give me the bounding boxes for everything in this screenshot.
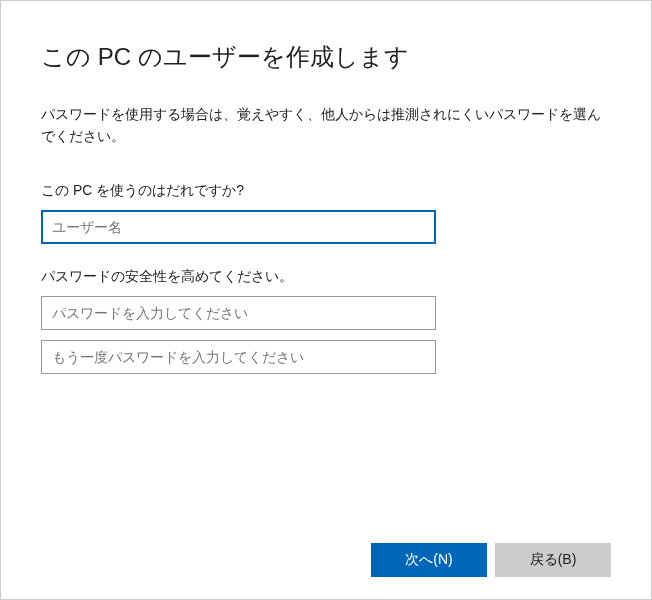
next-button[interactable]: 次へ(N) [371, 543, 487, 577]
password-label: パスワードの安全性を高めてください。 [41, 268, 611, 286]
username-input[interactable] [41, 210, 436, 244]
footer-buttons: 次へ(N) 戻る(B) [371, 543, 611, 577]
username-section: この PC を使うのはだれですか? [41, 182, 611, 244]
page-title: この PC のユーザーを作成します [41, 41, 611, 73]
password-section: パスワードの安全性を高めてください。 [41, 268, 611, 374]
username-label: この PC を使うのはだれですか? [41, 182, 611, 200]
password-confirm-input[interactable] [41, 340, 436, 374]
password-input[interactable] [41, 296, 436, 330]
description-text: パスワードを使用する場合は、覚えやすく、他人からは推測されにくいパスワードを選ん… [41, 103, 611, 148]
back-button[interactable]: 戻る(B) [495, 543, 611, 577]
